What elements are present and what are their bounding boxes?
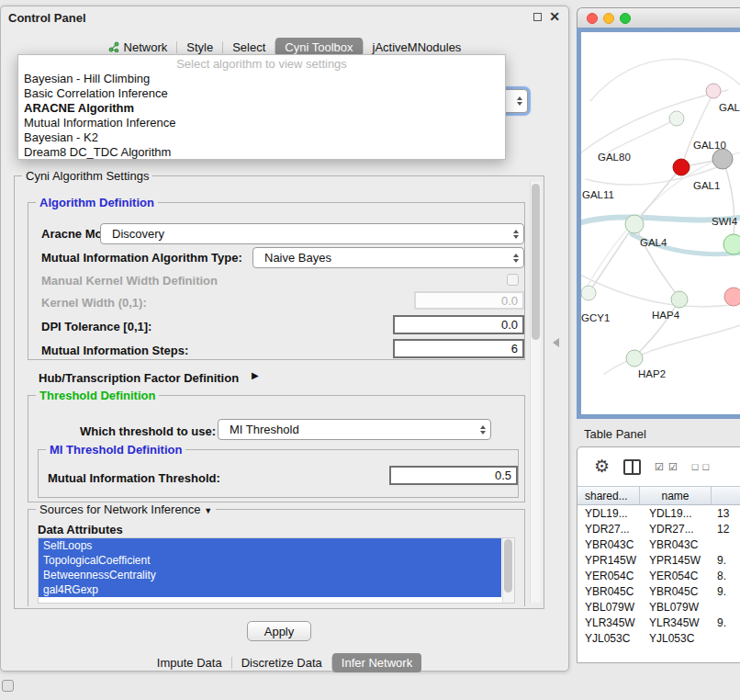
attribute-list-item[interactable]: gal4RGexp (39, 582, 501, 597)
manage-columns-icon[interactable] (623, 459, 641, 475)
table-row[interactable]: YLR345WYLR345W9. (577, 615, 740, 630)
attribute-list-item[interactable]: TopologicalCoefficient (39, 553, 501, 568)
minimize-traffic-light-icon[interactable] (603, 13, 614, 24)
graph-node[interactable] (723, 234, 740, 254)
data-attributes-label: Data Attributes (38, 523, 123, 536)
tab-label: Select (232, 40, 265, 54)
table-cell: 8. (712, 570, 740, 582)
select-all-icon[interactable]: ☑ ☑ (655, 461, 678, 473)
list-scrollbar[interactable] (502, 538, 514, 603)
gear-icon[interactable]: ⚙ (594, 457, 610, 476)
graph-node[interactable] (673, 159, 690, 175)
mi-steps-label: Mutual Information Steps: (41, 344, 188, 357)
combo-stepper-icon (508, 248, 523, 267)
aracne-mode-select[interactable]: Discovery (100, 223, 524, 244)
graph-edge[interactable] (634, 224, 679, 299)
mi-threshold-group: MI Threshold Definition Mutual Informati… (38, 449, 519, 498)
table-row[interactable]: YER054CYER054C8. (577, 568, 740, 583)
mi-type-value: Naive Bayes (253, 251, 508, 265)
table-cell: YLR345W (577, 616, 640, 629)
dpi-tolerance-field[interactable]: 0.0 (393, 315, 524, 334)
node-label: GAL (719, 102, 740, 113)
column-header-extra[interactable] (712, 487, 740, 504)
table-cell: YDR27... (577, 523, 640, 536)
algorithm-option[interactable]: Dream8 DC_TDC Algorithm (18, 145, 505, 160)
table-row[interactable]: YJL053CYJL053C (577, 630, 740, 646)
algorithm-option[interactable]: Bayesian - K2 (18, 130, 505, 145)
network-window-titlebar[interactable] (577, 7, 740, 28)
graph-node[interactable] (712, 149, 733, 169)
close-traffic-light-icon[interactable] (587, 13, 598, 24)
mi-steps-field[interactable]: 6 (393, 339, 524, 358)
settings-scrollbar[interactable] (530, 182, 541, 603)
tab-impute-data[interactable]: Impute Data (148, 653, 231, 672)
graph-node[interactable] (671, 291, 688, 308)
settings-scrollbar-thumb[interactable] (532, 184, 540, 340)
deselect-all-icon[interactable]: □ □ (692, 461, 710, 472)
column-header-shared[interactable]: shared... (577, 487, 640, 504)
cyni-settings-group: Cyni Algorithm Settings Algorithm Defini… (14, 175, 544, 609)
node-label: GAL80 (598, 152, 631, 163)
network-canvas-svg[interactable]: GAL80GAL10GALGAL11GAL1SWI4GAL4GCY1HAP4HA… (581, 32, 740, 419)
zoom-traffic-light-icon[interactable] (620, 13, 631, 24)
network-icon (108, 41, 119, 52)
graph-node[interactable] (625, 215, 644, 233)
node-label: GCY1 (581, 312, 610, 323)
kernel-width-field[interactable]: 0.0 (414, 291, 524, 310)
table-cell: YJL053C (577, 632, 640, 645)
mi-type-select[interactable]: Naive Bayes (252, 247, 524, 268)
control-panel-titlebar[interactable]: Control Panel ✕ (1, 6, 568, 28)
table-row[interactable]: YDR27...YDR27...12 (577, 521, 740, 536)
table-cell: 12 (712, 523, 740, 536)
data-attributes-listbox[interactable]: SelfLoopsTopologicalCoefficientBetweenne… (38, 537, 515, 604)
mi-threshold-field[interactable]: 0.5 (389, 466, 518, 485)
algorithm-option[interactable]: ARACNE Algorithm (18, 101, 505, 116)
table-cell: YBR045C (640, 585, 712, 598)
float-window-icon[interactable] (533, 13, 542, 21)
which-threshold-select[interactable]: MI Threshold (218, 419, 491, 440)
table-body: YDL19...YDL19...13YDR27...YDR27...12YBR0… (577, 505, 740, 662)
table-row[interactable]: YBR043CYBR043C (577, 536, 740, 552)
network-canvas[interactable]: GAL80GAL10GALGAL11GAL1SWI4GAL4GCY1HAP4HA… (577, 28, 740, 419)
attribute-list-item[interactable]: SelfLoops (39, 538, 501, 553)
kernel-width-label: Kernel Width (0,1): (41, 296, 147, 310)
bottom-tab-bar: Impute Data Discretize Data Infer Networ… (1, 651, 568, 673)
expanded-arrow-icon[interactable]: ▼ (204, 506, 212, 515)
table-row[interactable]: YDL19...YDL19...13 (577, 505, 740, 521)
column-header-name[interactable]: name (640, 487, 712, 504)
combo-stepper-icon (511, 90, 527, 112)
algorithm-option[interactable]: Mutual Information Inference (18, 116, 505, 130)
table-cell: YBR043C (640, 538, 712, 551)
tab-discretize-data[interactable]: Discretize Data (232, 653, 331, 672)
group-title: Cyni Algorithm Settings (22, 169, 152, 183)
graph-node[interactable] (581, 286, 596, 300)
graph-node[interactable] (626, 350, 643, 367)
splitter-collapse-icon[interactable] (553, 338, 559, 347)
algorithm-option[interactable]: Bayesian - Hill Climbing (18, 72, 505, 86)
hub-definition-label[interactable]: Hub/Transcription Factor Definition (39, 371, 239, 385)
graph-node[interactable] (669, 111, 684, 126)
graph-edge[interactable] (723, 159, 734, 243)
tab-infer-network[interactable]: Infer Network (332, 653, 421, 672)
list-scrollbar-thumb[interactable] (504, 539, 512, 593)
collapsed-arrow-icon[interactable]: ▶ (252, 370, 259, 381)
graph-node[interactable] (724, 288, 740, 306)
algorithm-option[interactable]: Basic Correlation Inference (18, 86, 505, 101)
close-icon[interactable]: ✕ (549, 10, 560, 23)
table-row[interactable]: YBR045CYBR045C9. (577, 583, 740, 599)
table-row[interactable]: YPR145WYPR145W9. (577, 552, 740, 568)
graph-node[interactable] (706, 84, 721, 98)
apply-button[interactable]: Apply (247, 621, 311, 641)
window-title: Control Panel (8, 11, 86, 25)
group-title: Sources for Network Inference ▼ (36, 502, 216, 516)
manual-kernel-checkbox[interactable] (507, 274, 519, 286)
graph-edge[interactable] (581, 273, 740, 307)
attribute-list-item[interactable]: BetweennessCentrality (39, 568, 501, 582)
control-panel-window: Control Panel ✕ Network Style S (0, 6, 569, 672)
table-row[interactable]: YBL079WYBL079W (577, 599, 740, 615)
graph-edge[interactable] (681, 93, 713, 167)
table-cell: YLR345W (640, 616, 712, 629)
collapsed-panel-icon[interactable] (2, 680, 14, 692)
threshold-definition-group: Threshold Definition Which threshold to … (28, 395, 525, 502)
graph-edge[interactable] (589, 224, 634, 293)
